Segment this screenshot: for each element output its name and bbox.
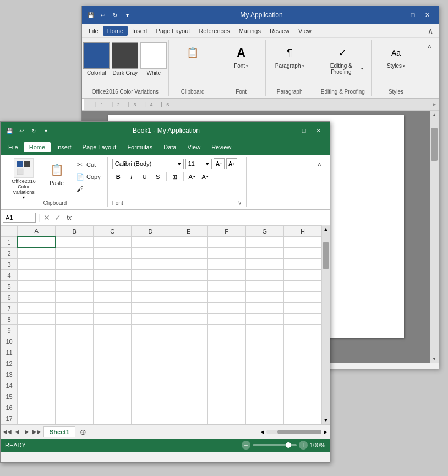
- excel-menu-file[interactable]: File: [3, 142, 24, 152]
- word-font-button[interactable]: A Font ▾: [229, 42, 253, 71]
- cell-A6[interactable]: [18, 292, 56, 303]
- cell-H17[interactable]: [283, 413, 321, 424]
- strikethrough-button[interactable]: S: [152, 171, 164, 183]
- colorful-swatch[interactable]: [83, 42, 110, 69]
- excel-save-icon[interactable]: 💾: [5, 126, 14, 135]
- cell-G16[interactable]: [245, 402, 283, 413]
- zoom-slider[interactable]: [253, 444, 297, 446]
- cell-B11[interactable]: [56, 347, 94, 358]
- cell-H5[interactable]: [283, 281, 321, 292]
- cell-A1[interactable]: [18, 237, 56, 248]
- undo-icon[interactable]: ↩: [99, 10, 107, 19]
- excel-scroll-v[interactable]: ▲ ▼: [322, 225, 330, 424]
- cell-H3[interactable]: [283, 259, 321, 270]
- cell-G12[interactable]: [245, 358, 283, 369]
- word-scroll-v[interactable]: ▲ ▼: [430, 111, 439, 363]
- cell-E12[interactable]: [170, 358, 207, 369]
- cell-H15[interactable]: [283, 391, 321, 402]
- quick-access-dropdown[interactable]: ▾: [123, 10, 132, 19]
- hscroll-left[interactable]: ◀: [260, 429, 264, 435]
- excel-close-button[interactable]: ✕: [311, 123, 325, 138]
- word-clipboard-button[interactable]: 📋: [181, 42, 205, 64]
- cell-E14[interactable]: [170, 380, 207, 391]
- cell-B6[interactable]: [56, 292, 94, 303]
- cell-F9[interactable]: [207, 325, 245, 336]
- cell-F4[interactable]: [207, 270, 245, 281]
- excel-maximize-button[interactable]: □: [297, 123, 311, 138]
- word-minimize-button[interactable]: −: [391, 8, 406, 22]
- cell-H11[interactable]: [283, 347, 321, 358]
- cell-H6[interactable]: [283, 292, 321, 303]
- excel-ribbon-collapse[interactable]: ∧: [314, 159, 325, 169]
- word-styles-button[interactable]: Aa Styles ▾: [384, 42, 408, 71]
- cell-A10[interactable]: [18, 336, 56, 347]
- word-close-button[interactable]: ✕: [420, 8, 434, 22]
- cell-G2[interactable]: [245, 248, 283, 259]
- cell-B16[interactable]: [56, 402, 94, 413]
- scroll-up-arrow[interactable]: ▲: [430, 111, 438, 119]
- cell-G5[interactable]: [245, 281, 283, 292]
- cell-C1[interactable]: [94, 237, 132, 248]
- cell-E3[interactable]: [170, 259, 207, 270]
- cell-C9[interactable]: [94, 325, 132, 336]
- zoom-slider-thumb[interactable]: [286, 442, 291, 448]
- cell-A9[interactable]: [18, 325, 56, 336]
- cell-G17[interactable]: [245, 413, 283, 424]
- cell-C4[interactable]: [94, 270, 132, 281]
- word-ribbon-expand[interactable]: ∧: [425, 40, 434, 52]
- cell-C11[interactable]: [94, 347, 132, 358]
- cell-G14[interactable]: [245, 380, 283, 391]
- cell-C13[interactable]: [94, 369, 132, 380]
- cell-A3[interactable]: [18, 259, 56, 270]
- paste-button[interactable]: 📋 Paste: [45, 158, 69, 188]
- cell-E4[interactable]: [170, 270, 207, 281]
- cell-H13[interactable]: [283, 369, 321, 380]
- word-menu-review[interactable]: Review: [265, 26, 294, 36]
- cell-D11[interactable]: [132, 347, 170, 358]
- cell-A11[interactable]: [18, 347, 56, 358]
- formula-cancel-button[interactable]: ✕: [42, 213, 51, 222]
- underline-button[interactable]: U: [139, 171, 151, 183]
- word-menu-mailings[interactable]: Mailings: [234, 26, 265, 36]
- excel-menu-home[interactable]: Home: [24, 142, 51, 152]
- cell-H14[interactable]: [283, 380, 321, 391]
- cell-F5[interactable]: [207, 281, 245, 292]
- cell-H4[interactable]: [283, 270, 321, 281]
- cell-C17[interactable]: [94, 413, 132, 424]
- excel-color-variations[interactable]: Office2016 Color Variations ▾: [7, 158, 40, 200]
- cell-F1[interactable]: [207, 237, 245, 248]
- excel-menu-data[interactable]: Data: [158, 142, 182, 152]
- sheet-nav-last[interactable]: ▶▶: [32, 428, 41, 436]
- cell-C3[interactable]: [94, 259, 132, 270]
- cell-C10[interactable]: [94, 336, 132, 347]
- cell-G1[interactable]: [245, 237, 283, 248]
- cell-D8[interactable]: [132, 314, 170, 325]
- word-editing-button[interactable]: ✓ Editing & Proofing ▾: [321, 42, 365, 77]
- cell-G9[interactable]: [245, 325, 283, 336]
- cell-F7[interactable]: [207, 303, 245, 314]
- excel-minimize-button[interactable]: −: [282, 123, 297, 138]
- cell-E16[interactable]: [170, 402, 207, 413]
- cut-button[interactable]: ✂ Cut: [73, 159, 103, 170]
- cell-E15[interactable]: [170, 391, 207, 402]
- font-color-button[interactable]: A ▾: [199, 171, 211, 183]
- align-top-left-button[interactable]: ≡: [216, 171, 228, 183]
- font-group-expand[interactable]: ⊻: [238, 201, 242, 207]
- cell-H8[interactable]: [283, 314, 321, 325]
- cell-F13[interactable]: [207, 369, 245, 380]
- cell-H7[interactable]: [283, 303, 321, 314]
- redo-icon[interactable]: ↻: [111, 10, 119, 19]
- sheet-tab-sheet1[interactable]: Sheet1: [43, 426, 75, 437]
- cell-F8[interactable]: [207, 314, 245, 325]
- cell-D16[interactable]: [132, 402, 170, 413]
- cell-C14[interactable]: [94, 380, 132, 391]
- cell-E6[interactable]: [170, 292, 207, 303]
- font-size-select[interactable]: 11 ▾: [185, 159, 212, 169]
- cell-E9[interactable]: [170, 325, 207, 336]
- cell-A4[interactable]: [18, 270, 56, 281]
- excel-undo-icon[interactable]: ↩: [17, 126, 26, 135]
- font-shrink-button[interactable]: A↓: [226, 158, 237, 169]
- align-top-right-button[interactable]: ≡: [230, 171, 242, 183]
- word-menu-references[interactable]: References: [194, 26, 234, 36]
- cell-F15[interactable]: [207, 391, 245, 402]
